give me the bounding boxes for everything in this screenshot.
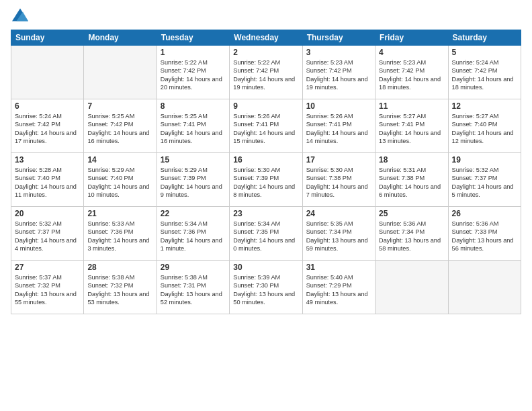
day-number: 10 [306,101,371,111]
calendar-cell: 30 Sunrise: 5:39 AMSunset: 7:30 PMDaylig… [230,261,302,314]
calendar-cell: 6 Sunrise: 5:24 AMSunset: 7:42 PMDayligh… [11,99,84,153]
calendar-cell: 9 Sunrise: 5:26 AMSunset: 7:41 PMDayligh… [230,99,302,153]
logo-icon [12,8,28,21]
calendar-cell: 27 Sunrise: 5:37 AMSunset: 7:32 PMDaylig… [11,261,84,314]
calendar-cell: 22 Sunrise: 5:34 AMSunset: 7:36 PMDaylig… [157,207,229,261]
day-info: Sunrise: 5:22 AMSunset: 7:42 PMDaylight:… [161,58,226,92]
calendar-cell: 20 Sunrise: 5:32 AMSunset: 7:37 PMDaylig… [11,207,84,261]
day-info: Sunrise: 5:31 AMSunset: 7:38 PMDaylight:… [379,166,444,199]
day-number: 23 [233,209,298,218]
calendar-cell: 28 Sunrise: 5:38 AMSunset: 7:32 PMDaylig… [84,261,157,314]
day-number: 21 [87,209,152,218]
calendar-cell: 10 Sunrise: 5:26 AMSunset: 7:41 PMDaylig… [302,99,375,153]
calendar-cell: 24 Sunrise: 5:35 AMSunset: 7:34 PMDaylig… [302,207,375,261]
weekday-header-thursday: Thursday [302,30,375,46]
day-info: Sunrise: 5:39 AMSunset: 7:30 PMDaylight:… [233,273,298,307]
day-number: 1 [161,48,226,57]
day-info: Sunrise: 5:22 AMSunset: 7:42 PMDaylight:… [233,58,298,92]
day-info: Sunrise: 5:34 AMSunset: 7:35 PMDaylight:… [233,220,298,253]
day-number: 9 [233,101,298,111]
day-number: 6 [15,101,80,111]
day-info: Sunrise: 5:27 AMSunset: 7:41 PMDaylight:… [379,112,444,146]
calendar-cell: 8 Sunrise: 5:25 AMSunset: 7:41 PMDayligh… [157,99,229,153]
day-info: Sunrise: 5:23 AMSunset: 7:42 PMDaylight:… [379,58,444,92]
day-info: Sunrise: 5:28 AMSunset: 7:40 PMDaylight:… [15,166,80,199]
day-info: Sunrise: 5:32 AMSunset: 7:37 PMDaylight:… [15,220,80,253]
calendar-cell: 26 Sunrise: 5:36 AMSunset: 7:33 PMDaylig… [448,207,521,261]
calendar-cell: 13 Sunrise: 5:28 AMSunset: 7:40 PMDaylig… [11,153,84,207]
calendar-week-3: 13 Sunrise: 5:28 AMSunset: 7:40 PMDaylig… [11,153,521,207]
page-header [11,8,521,24]
day-info: Sunrise: 5:24 AMSunset: 7:42 PMDaylight:… [452,58,517,92]
weekday-header-monday: Monday [84,30,157,46]
day-info: Sunrise: 5:32 AMSunset: 7:37 PMDaylight:… [452,166,517,199]
calendar-cell: 25 Sunrise: 5:36 AMSunset: 7:34 PMDaylig… [375,207,448,261]
day-info: Sunrise: 5:27 AMSunset: 7:40 PMDaylight:… [452,112,517,146]
calendar-cell [448,261,521,314]
day-number: 30 [233,263,298,272]
day-info: Sunrise: 5:35 AMSunset: 7:34 PMDaylight:… [306,220,371,253]
calendar-cell: 12 Sunrise: 5:27 AMSunset: 7:40 PMDaylig… [448,99,521,153]
day-info: Sunrise: 5:24 AMSunset: 7:42 PMDaylight:… [15,112,80,146]
calendar-week-5: 27 Sunrise: 5:37 AMSunset: 7:32 PMDaylig… [11,261,521,314]
day-info: Sunrise: 5:37 AMSunset: 7:32 PMDaylight:… [15,273,80,307]
calendar-cell [375,261,448,314]
calendar-cell: 11 Sunrise: 5:27 AMSunset: 7:41 PMDaylig… [375,99,448,153]
day-number: 25 [379,209,444,218]
weekday-header-wednesday: Wednesday [230,30,302,46]
day-number: 26 [452,209,517,218]
day-number: 13 [15,155,80,165]
calendar-cell: 7 Sunrise: 5:25 AMSunset: 7:42 PMDayligh… [84,99,157,153]
day-info: Sunrise: 5:26 AMSunset: 7:41 PMDaylight:… [306,112,371,146]
day-number: 20 [15,209,80,218]
calendar-cell: 2 Sunrise: 5:22 AMSunset: 7:42 PMDayligh… [230,46,302,99]
calendar-cell [11,46,84,99]
day-number: 4 [379,48,444,57]
day-info: Sunrise: 5:36 AMSunset: 7:33 PMDaylight:… [452,220,517,253]
calendar-week-2: 6 Sunrise: 5:24 AMSunset: 7:42 PMDayligh… [11,99,521,153]
day-info: Sunrise: 5:25 AMSunset: 7:42 PMDaylight:… [87,112,152,146]
calendar-cell: 3 Sunrise: 5:23 AMSunset: 7:42 PMDayligh… [302,46,375,99]
day-number: 11 [379,101,444,111]
day-number: 19 [452,155,517,165]
day-number: 2 [233,48,298,57]
day-info: Sunrise: 5:30 AMSunset: 7:38 PMDaylight:… [306,166,371,199]
day-number: 17 [306,155,371,165]
calendar-cell: 31 Sunrise: 5:40 AMSunset: 7:29 PMDaylig… [302,261,375,314]
day-info: Sunrise: 5:40 AMSunset: 7:29 PMDaylight:… [306,273,371,307]
day-info: Sunrise: 5:33 AMSunset: 7:36 PMDaylight:… [87,220,152,253]
day-number: 15 [161,155,226,165]
calendar-cell: 21 Sunrise: 5:33 AMSunset: 7:36 PMDaylig… [84,207,157,261]
day-number: 5 [452,48,517,57]
day-number: 3 [306,48,371,57]
day-info: Sunrise: 5:29 AMSunset: 7:40 PMDaylight:… [87,166,152,199]
calendar-cell: 29 Sunrise: 5:38 AMSunset: 7:31 PMDaylig… [157,261,229,314]
weekday-header-saturday: Saturday [448,30,521,46]
day-number: 8 [161,101,226,111]
day-number: 24 [306,209,371,218]
calendar-header-row: SundayMondayTuesdayWednesdayThursdayFrid… [11,30,521,46]
calendar-cell: 5 Sunrise: 5:24 AMSunset: 7:42 PMDayligh… [448,46,521,99]
day-info: Sunrise: 5:29 AMSunset: 7:39 PMDaylight:… [161,166,226,199]
calendar-cell: 17 Sunrise: 5:30 AMSunset: 7:38 PMDaylig… [302,153,375,207]
day-number: 16 [233,155,298,165]
calendar-cell: 4 Sunrise: 5:23 AMSunset: 7:42 PMDayligh… [375,46,448,99]
calendar-cell: 1 Sunrise: 5:22 AMSunset: 7:42 PMDayligh… [157,46,229,99]
weekday-header-friday: Friday [375,30,448,46]
calendar-cell: 19 Sunrise: 5:32 AMSunset: 7:37 PMDaylig… [448,153,521,207]
day-info: Sunrise: 5:38 AMSunset: 7:32 PMDaylight:… [87,273,152,307]
day-info: Sunrise: 5:26 AMSunset: 7:41 PMDaylight:… [233,112,298,146]
calendar-week-4: 20 Sunrise: 5:32 AMSunset: 7:37 PMDaylig… [11,207,521,261]
day-number: 18 [379,155,444,165]
calendar-cell: 14 Sunrise: 5:29 AMSunset: 7:40 PMDaylig… [84,153,157,207]
calendar-body: 1 Sunrise: 5:22 AMSunset: 7:42 PMDayligh… [11,46,521,314]
day-number: 31 [306,263,371,272]
day-number: 27 [15,263,80,272]
calendar-cell: 15 Sunrise: 5:29 AMSunset: 7:39 PMDaylig… [157,153,229,207]
day-number: 28 [87,263,152,272]
day-info: Sunrise: 5:34 AMSunset: 7:36 PMDaylight:… [161,220,226,253]
day-number: 7 [87,101,152,111]
day-info: Sunrise: 5:23 AMSunset: 7:42 PMDaylight:… [306,58,371,92]
logo [11,8,28,24]
weekday-header-sunday: Sunday [11,30,84,46]
